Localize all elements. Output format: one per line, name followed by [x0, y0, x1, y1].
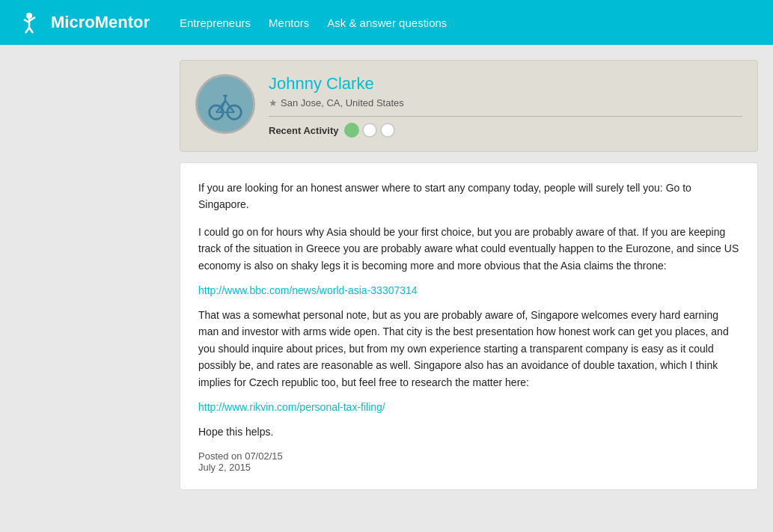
avatar-image	[198, 74, 253, 134]
post-card: If you are looking for an honest answer …	[180, 162, 758, 490]
avatar	[195, 74, 255, 134]
activity-bubble-3	[380, 123, 395, 138]
main-content: Johnny Clarke ★ San Jose, CA, United Sta…	[172, 45, 773, 532]
recent-activity-row: Recent Activity	[269, 123, 742, 138]
sidebar	[0, 45, 172, 532]
page-body: Johnny Clarke ★ San Jose, CA, United Sta…	[0, 45, 773, 532]
svg-point-1	[26, 13, 32, 19]
post-paragraph-2: I could go on for hours why Asia should …	[198, 224, 739, 274]
post-footer: Posted on 07/02/15 July 2, 2015	[198, 450, 739, 473]
location-icon: ★	[269, 97, 278, 108]
recent-activity-label: Recent Activity	[269, 125, 338, 136]
posted-on-label: Posted on 07/02/15	[198, 450, 739, 462]
brand-logo[interactable]: MicroMentor	[15, 8, 150, 37]
nav-mentors[interactable]: Mentors	[269, 16, 309, 29]
post-paragraph-4: Hope this helps.	[198, 424, 739, 440]
svg-point-7	[198, 76, 253, 132]
nav-links: Entrepreneurs Mentors Ask & answer quest…	[180, 16, 447, 29]
profile-divider	[269, 116, 742, 117]
logo-icon	[15, 8, 43, 37]
post-link-2[interactable]: http://www.rikvin.com/personal-tax-filin…	[198, 401, 739, 413]
profile-info: Johnny Clarke ★ San Jose, CA, United Sta…	[269, 74, 742, 138]
profile-name: Johnny Clarke	[269, 74, 742, 94]
activity-bubble-1	[344, 123, 359, 138]
posted-date: July 2, 2015	[198, 462, 739, 473]
post-link-1[interactable]: http://www.bbc.com/news/world-asia-33307…	[198, 284, 739, 296]
navbar: MicroMentor Entrepreneurs Mentors Ask & …	[0, 0, 773, 45]
brand-name: MicroMentor	[51, 13, 150, 32]
location-text: San Jose, CA, United States	[281, 97, 404, 108]
profile-location: ★ San Jose, CA, United States	[269, 97, 742, 108]
activity-bubbles	[344, 123, 395, 138]
post-paragraph-3: That was a somewhat personal note, but a…	[198, 307, 739, 391]
nav-ask-answer[interactable]: Ask & answer questions	[327, 16, 447, 29]
nav-entrepreneurs[interactable]: Entrepreneurs	[180, 16, 251, 29]
activity-bubble-2	[362, 123, 377, 138]
post-paragraph-1: If you are looking for an honest answer …	[198, 180, 739, 213]
profile-card: Johnny Clarke ★ San Jose, CA, United Sta…	[180, 60, 758, 152]
